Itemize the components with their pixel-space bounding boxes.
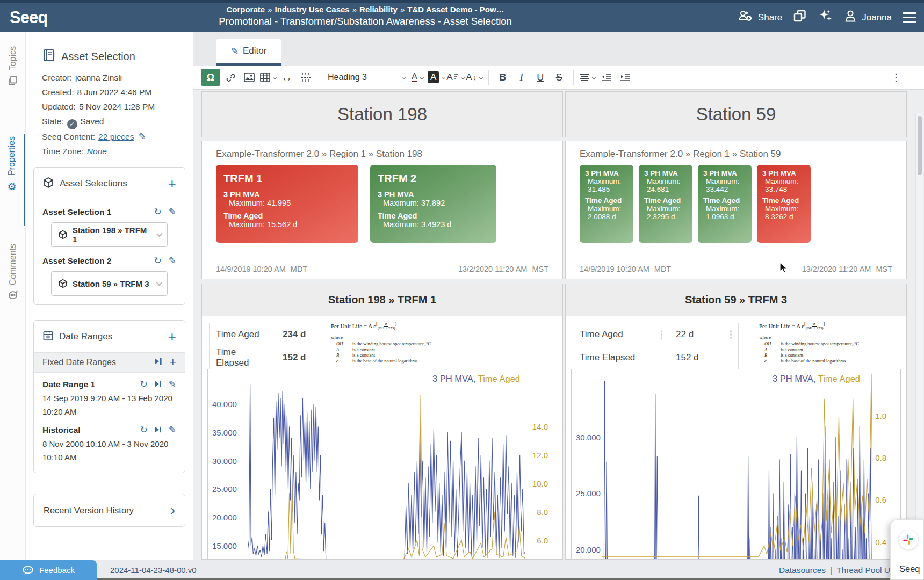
metric-card-trfm2[interactable]: TRFM 2 3 PH MVA Maximum: 37.892 Time Age…	[370, 165, 496, 243]
edit-icon[interactable]: ✎	[169, 424, 176, 436]
metric-card-trfm1[interactable]: TRFM 1 3 PH MVA Maximum: 41.995 Time Age…	[216, 165, 358, 243]
asset-selection-1-dropdown[interactable]: Station 198 » TRFM 1	[51, 222, 168, 247]
state-value: Saved	[81, 117, 104, 126]
edit-icon[interactable]: ✎	[169, 206, 176, 218]
slack-notification-popup[interactable]: Seeq	[890, 519, 924, 580]
trend-chart-trfm3[interactable]: 3 PH MVA, Time Aged 30.00025.00020.0001.…	[571, 369, 901, 559]
step-to-end-icon[interactable]	[154, 357, 162, 368]
italic-button[interactable]: I	[513, 69, 530, 86]
toolbar-overflow-button[interactable]: ⋮	[891, 71, 901, 84]
cube-icon	[42, 177, 54, 191]
tab-editor[interactable]: ✎ Editor	[216, 39, 281, 66]
indent-icon	[620, 74, 630, 81]
heading-style-select[interactable]: Heading 3	[326, 73, 407, 82]
add-date-range-button[interactable]: +	[168, 331, 176, 342]
metric-card-1[interactable]: 3 PH MVA Maximum: 31.485 Time Aged Maxim…	[580, 165, 633, 243]
size-lines-icon	[454, 74, 458, 81]
table-button[interactable]	[259, 69, 277, 86]
breadcrumb-link-industry[interactable]: Industry Use Cases	[275, 5, 349, 14]
outdent-button[interactable]	[598, 69, 615, 86]
chevron-down-icon	[156, 280, 162, 286]
range-start-tz: MDT	[291, 265, 307, 273]
refresh-icon[interactable]: ↻	[154, 206, 162, 218]
datasources-link[interactable]: Datasources	[779, 566, 826, 575]
add-asset-selection-button[interactable]: +	[168, 178, 176, 189]
properties-label: Properties	[7, 136, 17, 176]
page-break-button[interactable]	[297, 69, 314, 86]
edit-icon[interactable]: ✎	[169, 379, 176, 390]
station-59-table: Example-Transformer 2.0 » Region 1 » Sta…	[565, 141, 907, 279]
timezone-link[interactable]: None	[87, 147, 107, 156]
feedback-button[interactable]: Feedback	[0, 560, 97, 580]
chevron-right-icon: ›	[170, 502, 175, 519]
asset-selection-2-dropdown[interactable]: Station 59 » TRFM 3	[51, 271, 168, 296]
station-198-column: Station 198 Example-Transformer 2.0 » Re…	[201, 90, 563, 560]
breadcrumb-link-demo[interactable]: T&D Asset Demo - Pow…	[407, 5, 504, 14]
asset-selections-title: Asset Selections	[60, 178, 163, 189]
status-bar: 2024-11-04-23-48-00.v0 Datasources|Threa…	[0, 560, 924, 580]
refresh-icon[interactable]: ↻	[140, 379, 148, 390]
link-button[interactable]	[222, 69, 239, 86]
line-height-button[interactable]: A↕	[466, 69, 483, 86]
user-menu[interactable]: Joanna	[843, 9, 892, 26]
legend-series: 3 PH MVA	[432, 374, 473, 383]
horizontal-resize-button[interactable]: ↔	[278, 69, 295, 86]
range-end: 13/2/2020 11:20 AM	[802, 265, 871, 273]
ai-assistant-button[interactable]	[818, 9, 833, 26]
hamburger-menu-icon[interactable]	[903, 10, 916, 25]
axis-tick: 12.0	[532, 450, 548, 459]
font-color-button[interactable]: A	[409, 69, 426, 86]
seeq-logo[interactable]: Seeq	[10, 8, 47, 27]
user-name: Joanna	[862, 12, 892, 23]
tab-properties[interactable]: Properties ⚙	[0, 134, 25, 226]
drag-handle-icon[interactable]	[661, 330, 663, 339]
metric-card-2[interactable]: 3 PH MVA Maximum: 24.681 Time Aged Maxim…	[639, 165, 692, 243]
creator-row: Creator:joanna Zinsli	[42, 70, 193, 85]
seeq-content-link[interactable]: 22 pieces	[98, 132, 134, 141]
date-range-footer: 14/9/2019 10:20 AMMDT 13/2/2020 11:20 AM…	[580, 265, 892, 273]
stats-table[interactable]: Time Aged 22 d Time Elapsed 152 d	[573, 323, 739, 369]
header-center: Corporate»Industry Use Cases»Reliability…	[134, 3, 596, 32]
refresh-icon[interactable]: ↻	[154, 255, 162, 266]
tab-topics[interactable]: Topics	[0, 44, 25, 118]
bold-button[interactable]: B	[494, 69, 511, 86]
insert-seeq-content-button[interactable]: Ω	[201, 69, 220, 86]
strikethrough-button[interactable]: S	[551, 69, 568, 86]
breadcrumb-link-reliability[interactable]: Reliability	[359, 5, 398, 14]
metric-card-3[interactable]: 3 PH MVA Maximum: 33.442 Time Aged Maxim…	[698, 165, 752, 243]
date-ranges-title: Date Ranges	[59, 331, 163, 342]
indent-button[interactable]	[617, 69, 634, 86]
trend-chart-trfm1[interactable]: 3 PH MVA, Time Aged 40.00035.00030.00025…	[207, 369, 557, 559]
app-header: Seeq Corporate»Industry Use Cases»Reliab…	[0, 0, 924, 32]
breadcrumb-link-corporate[interactable]: Corporate	[226, 5, 265, 14]
underline-button[interactable]: U	[532, 69, 549, 86]
edit-icon[interactable]: ✎	[169, 255, 176, 266]
align-button[interactable]	[579, 69, 596, 86]
edit-content-icon[interactable]: ✎	[139, 132, 146, 142]
main-area: ✎ Editor Ω ↔ Headin	[193, 32, 924, 560]
recent-version-history[interactable]: Recent Version History ›	[33, 494, 185, 527]
build-version: 2024-11-04-23-48-00.v0	[110, 560, 197, 580]
thread-pool-link[interactable]: Thread Pool U	[836, 566, 890, 575]
highlight-color-button[interactable]: A	[428, 69, 445, 86]
stats-table[interactable]: Time Aged 234 d Time Elapsed 152 d	[209, 323, 319, 369]
worksheets-button[interactable]	[793, 9, 807, 26]
section-header-trfm3: Station 59 » TRFM 3	[566, 284, 906, 316]
font-size-button[interactable]: A	[446, 69, 464, 86]
metric-card-4[interactable]: 3 PH MVA Maximum: 33.748 Time Aged Maxim…	[757, 165, 811, 243]
pencil-icon: ✎	[231, 46, 239, 57]
drag-handle-icon[interactable]	[730, 330, 732, 339]
share-button[interactable]: Share	[738, 10, 782, 25]
add-fixed-range-button[interactable]: +	[169, 357, 176, 368]
refresh-icon[interactable]: ↻	[140, 424, 148, 436]
tab-comments[interactable]: Comments	[0, 242, 25, 332]
slack-icon	[898, 530, 919, 550]
scrollbar-thumb[interactable]	[918, 116, 922, 175]
window-edge	[0, 578, 924, 580]
step-to-end-icon[interactable]	[155, 425, 162, 436]
axis-tick: 10.0	[532, 479, 548, 488]
editor-scrollbar[interactable]	[915, 113, 923, 537]
step-to-end-icon[interactable]	[155, 379, 162, 390]
image-button[interactable]	[241, 69, 258, 86]
creator-value: joanna Zinsli	[75, 73, 122, 82]
